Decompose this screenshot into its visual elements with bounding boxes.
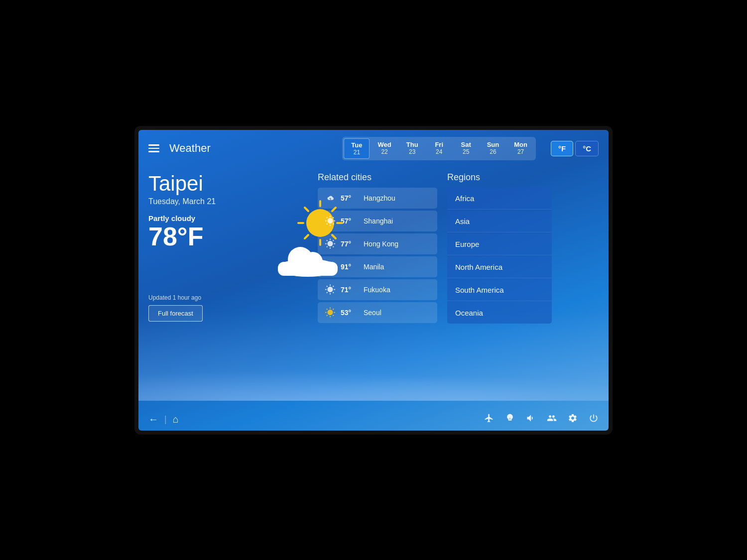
day-tab-sat25[interactable]: Sat25: [453, 138, 479, 159]
weather-icon-area: [273, 197, 363, 277]
power-icon[interactable]: [589, 413, 599, 426]
day-tab-num: 24: [436, 148, 442, 155]
related-cities-title: Related cities: [318, 172, 437, 183]
city-label: Shanghai: [364, 217, 393, 225]
person-icon[interactable]: [547, 413, 557, 426]
day-tab-num: 21: [354, 149, 360, 156]
svg-line-5: [305, 208, 308, 211]
city-weather-icon: [325, 216, 336, 226]
day-tabs-container: Tue21Wed22Thu23Fri24Sat25Sun26Mon27: [342, 137, 536, 160]
day-tab-fri24[interactable]: Fri24: [426, 138, 452, 159]
menu-button[interactable]: [148, 144, 159, 152]
city-weather-icon: [325, 261, 336, 272]
city-list-item[interactable]: 53° Seoul: [318, 302, 437, 323]
region-list: AfricaAsiaEuropeNorth AmericaSouth Ameri…: [447, 188, 552, 324]
weather-app-screen: Weather Tue21Wed22Thu23Fri24Sat25Sun26Mo…: [138, 130, 609, 431]
region-item-north-america[interactable]: North America: [447, 256, 552, 278]
day-tab-name: Sat: [461, 141, 471, 148]
full-forecast-button[interactable]: Full forecast: [148, 305, 203, 322]
day-tab-mon27[interactable]: Mon27: [507, 138, 534, 159]
day-tab-sun26[interactable]: Sun26: [480, 138, 506, 159]
city-weather-icon: [325, 307, 336, 318]
region-item-asia[interactable]: Asia: [447, 211, 552, 232]
day-tab-num: 22: [381, 148, 387, 155]
day-tab-name: Sun: [487, 141, 499, 148]
city-name: Taipei: [148, 172, 308, 195]
city-weather-icon: [325, 238, 336, 249]
day-tab-thu23[interactable]: Thu23: [399, 138, 425, 159]
svg-line-7: [332, 208, 336, 211]
back-button[interactable]: ←: [148, 414, 158, 425]
day-tab-num: 23: [409, 148, 415, 155]
region-item-oceania[interactable]: Oceania: [447, 302, 552, 324]
day-tab-name: Tue: [351, 141, 362, 149]
day-tab-num: 27: [517, 148, 524, 155]
nav-left: ← | ⌂: [148, 414, 179, 425]
app-header: Weather Tue21Wed22Thu23Fri24Sat25Sun26Mo…: [138, 130, 609, 167]
region-item-europe[interactable]: Europe: [447, 233, 552, 255]
day-tab-tue21[interactable]: Tue21: [344, 138, 370, 159]
main-content: Taipei Tuesday, March 21 Partly cloudy 7…: [138, 167, 609, 408]
unit-toggle: °F°C: [551, 141, 599, 156]
city-list-item[interactable]: 71° Fukuoka: [318, 279, 437, 300]
city-label: Hangzhou: [364, 194, 395, 202]
unit-btn-c[interactable]: °C: [575, 141, 599, 156]
day-tab-name: Wed: [377, 141, 391, 148]
app-title: Weather: [169, 142, 332, 155]
regions-panel: Regions AfricaAsiaEuropeNorth AmericaSou…: [447, 167, 552, 408]
updated-text: Updated 1 hour ago: [148, 294, 308, 301]
day-tab-wed22[interactable]: Wed22: [371, 138, 398, 159]
home-button[interactable]: ⌂: [173, 414, 179, 425]
screen-bezel: Weather Tue21Wed22Thu23Fri24Sat25Sun26Mo…: [134, 126, 613, 435]
nav-divider: |: [164, 414, 167, 425]
day-tab-name: Fri: [435, 141, 443, 148]
day-tab-name: Thu: [406, 141, 418, 148]
settings-icon[interactable]: [568, 413, 578, 426]
day-tab-num: 26: [490, 148, 496, 155]
city-temp: 71°: [341, 286, 359, 294]
region-item-south-america[interactable]: South America: [447, 279, 552, 301]
regions-title: Regions: [447, 172, 552, 183]
volume-icon[interactable]: [526, 413, 536, 426]
bottom-nav: ← | ⌂: [138, 408, 609, 431]
day-tab-name: Mon: [514, 141, 527, 148]
left-panel: Taipei Tuesday, March 21 Partly cloudy 7…: [148, 167, 308, 408]
nav-right: [484, 413, 599, 426]
unit-btn-f[interactable]: °F: [551, 141, 573, 156]
city-label: Seoul: [364, 309, 381, 317]
region-item-africa[interactable]: Africa: [447, 188, 552, 210]
light-icon[interactable]: [505, 413, 515, 426]
flight-icon[interactable]: [484, 413, 494, 426]
city-label: Manila: [364, 263, 384, 271]
city-label: Fukuoka: [364, 286, 390, 294]
city-weather-icon: [325, 193, 336, 204]
city-temp: 53°: [341, 309, 359, 317]
day-tab-num: 25: [463, 148, 469, 155]
city-label: Hong Kong: [364, 240, 398, 248]
city-weather-icon: [325, 284, 336, 295]
